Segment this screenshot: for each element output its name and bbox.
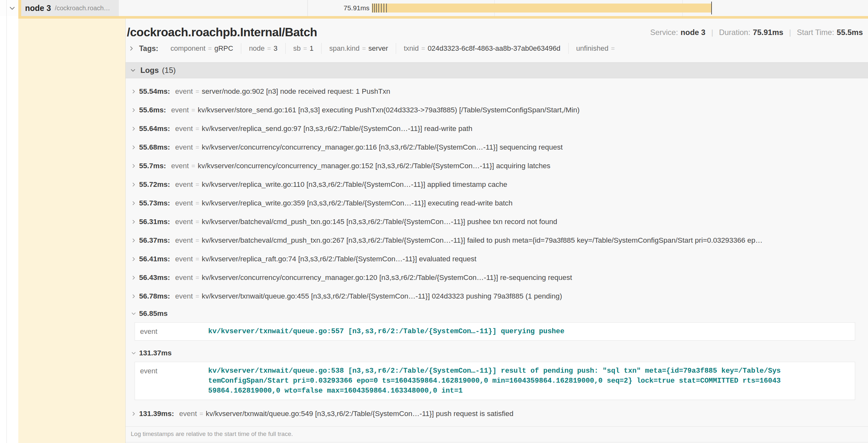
log-message: kv/kvserver/replica_raft.go:74 [n3,s3,r6… (202, 255, 479, 263)
chevron-right-icon (128, 45, 134, 52)
log-equals: = (195, 125, 199, 133)
chevron-right-icon (131, 238, 139, 243)
service-label: Service: (650, 28, 678, 37)
tag-value: 1 (310, 44, 313, 53)
log-row-expanded-header[interactable]: 56.85ms (131, 306, 868, 322)
tag-unfinished[interactable]: unfinished = (568, 43, 625, 54)
log-marker-tick (381, 3, 382, 12)
log-detail-box: event kv/kvserver/txnwait/queue.go:538 [… (134, 362, 855, 400)
log-timestamp: 55.54ms: (139, 87, 170, 96)
logs-section-toggle[interactable]: Logs (15) (126, 62, 868, 78)
log-message: kv/kvserver/store_send.go:161 [n3,s3] ex… (198, 106, 583, 114)
log-detail-box: event kv/kvserver/txnwait/queue.go:557 [… (134, 322, 855, 341)
log-row[interactable]: 56.43ms: event = kv/kvserver/concurrency… (131, 268, 868, 287)
log-row[interactable]: 55.7ms: event = kv/kvserver/concurrency/… (131, 157, 868, 175)
log-row-expanded-header[interactable]: 131.37ms (131, 345, 868, 361)
log-equals: = (191, 107, 195, 114)
log-message: kv/kvserver/concurrency/concurrency_mana… (202, 143, 566, 151)
chevron-right-icon (131, 219, 139, 225)
chevron-right-icon (131, 144, 139, 150)
chevron-right-icon (131, 126, 139, 132)
log-equals: = (195, 200, 199, 207)
log-row[interactable]: 56.41ms: event = kv/kvserver/replica_raf… (131, 250, 868, 268)
log-timestamp: 56.85ms (139, 309, 168, 318)
span-service-name: node 3 (25, 3, 51, 13)
log-message: kv/kvserver/concurrency/concurrency_mana… (202, 273, 575, 282)
log-equals: = (195, 255, 199, 263)
log-row[interactable]: 56.78ms: event = kv/kvserver/txnwait/que… (131, 287, 868, 306)
log-field-key: event (175, 87, 193, 96)
log-field-key: event (175, 236, 193, 245)
log-field-key: event (175, 292, 193, 301)
name-column-divider (307, 0, 308, 16)
log-row[interactable]: 55.73ms: event = kv/kvserver/replica_wri… (131, 194, 868, 212)
log-equals: = (195, 218, 199, 226)
tag-equals: = (208, 45, 212, 52)
log-row[interactable]: 55.68ms: event = kv/kvserver/concurrency… (131, 138, 868, 157)
duration-value: 75.91ms (753, 28, 783, 37)
tag-value: 3 (274, 44, 278, 53)
chevron-right-icon (131, 294, 139, 299)
tag-sb[interactable]: sb = 1 (286, 43, 321, 54)
log-field-key: event (175, 273, 193, 282)
log-row[interactable]: 55.64ms: event = kv/kvserver/replica_sen… (131, 120, 868, 138)
tag-component[interactable]: component = gRPC (163, 43, 241, 54)
logs-footer-note: Log timestamps are relative to the start… (126, 427, 868, 442)
selected-span-name-column[interactable] (18, 19, 125, 443)
log-timestamp: 56.78ms: (139, 292, 170, 301)
tag-equals: = (421, 45, 425, 52)
log-marker-tick (386, 3, 387, 12)
chevron-down-icon (131, 311, 139, 316)
selected-span-accent-band (18, 16, 868, 19)
span-detail-header: /cockroach.roachpb.Internal/Batch Servic… (126, 19, 868, 42)
tags-section-toggle[interactable]: Tags: component = gRPC node = 3 sb = 1 s… (126, 42, 868, 58)
duration-label: Duration: (719, 28, 750, 37)
tag-equals: = (303, 45, 307, 52)
tag-equals: = (267, 45, 271, 52)
tag-key: sb (293, 44, 301, 53)
log-row[interactable]: 55.72ms: event = kv/kvserver/replica_wri… (131, 175, 868, 194)
log-equals: = (195, 144, 199, 151)
log-marker-tick (372, 3, 373, 12)
tag-txnid[interactable]: txnid = 024d3323-6c8f-4863-aa8b-37ab0e63… (396, 43, 568, 54)
logs-header-title: Logs (141, 66, 159, 75)
chevron-right-icon (131, 275, 139, 280)
log-message: kv/kvserver/replica_write.go:359 [n3,s3,… (202, 199, 516, 207)
log-timestamp: 131.37ms (139, 349, 172, 357)
tag-value: server (369, 44, 388, 53)
tag-node[interactable]: node = 3 (241, 43, 286, 54)
tag-span-kind[interactable]: span.kind = server (321, 43, 396, 54)
span-detail-card: /cockroach.roachpb.Internal/Batch Servic… (125, 19, 868, 443)
span-title: /cockroach.roachpb.Internal/Batch (127, 26, 317, 39)
span-duration-bar[interactable] (372, 3, 712, 12)
log-row[interactable]: 56.31ms: event = kv/kvserver/batcheval/c… (131, 212, 868, 231)
chevron-right-icon (131, 89, 139, 94)
span-name-block[interactable]: node 3 /cockroach.roach… (21, 0, 119, 16)
log-marker-tick (383, 3, 384, 12)
log-field-key: event (175, 180, 193, 189)
chevron-right-icon (131, 411, 139, 417)
log-message: kv/kvserver/txnwait/queue.go:455 [n3,s3,… (202, 292, 565, 301)
meta-separator: | (789, 28, 791, 37)
log-message: kv/kvserver/replica_write.go:110 [n3,s3,… (202, 180, 510, 189)
chevron-right-icon (131, 200, 139, 206)
log-message: kv/kvserver/batcheval/cmd_push_txn.go:14… (202, 218, 560, 226)
tag-key: span.kind (329, 44, 360, 53)
service-value: node 3 (681, 28, 706, 37)
logs-header-count: (15) (162, 66, 176, 75)
log-timestamp: 55.6ms: (139, 106, 166, 114)
meta-separator: | (711, 28, 713, 37)
log-marker-tick (378, 3, 379, 12)
log-row[interactable]: 131.39ms: event = kv/kvserver/txnwait/qu… (131, 405, 868, 423)
span-row-collapse-button[interactable] (8, 4, 16, 12)
log-field-value: kv/kvserver/txnwait/queue.go:538 [n3,s3,… (208, 366, 781, 396)
log-equals: = (199, 410, 203, 418)
tag-equals: = (362, 45, 366, 52)
chevron-down-icon (8, 4, 16, 12)
log-field-key: event (140, 366, 208, 396)
log-row[interactable]: 55.6ms: event = kv/kvserver/store_send.g… (131, 101, 868, 120)
span-color-strip (18, 0, 21, 16)
log-row[interactable]: 56.37ms: event = kv/kvserver/batcheval/c… (131, 231, 868, 250)
log-row[interactable]: 55.54ms: event = server/node.go:902 [n3]… (131, 82, 868, 101)
span-row: node 3 /cockroach.roach… 75.91ms (0, 0, 868, 16)
